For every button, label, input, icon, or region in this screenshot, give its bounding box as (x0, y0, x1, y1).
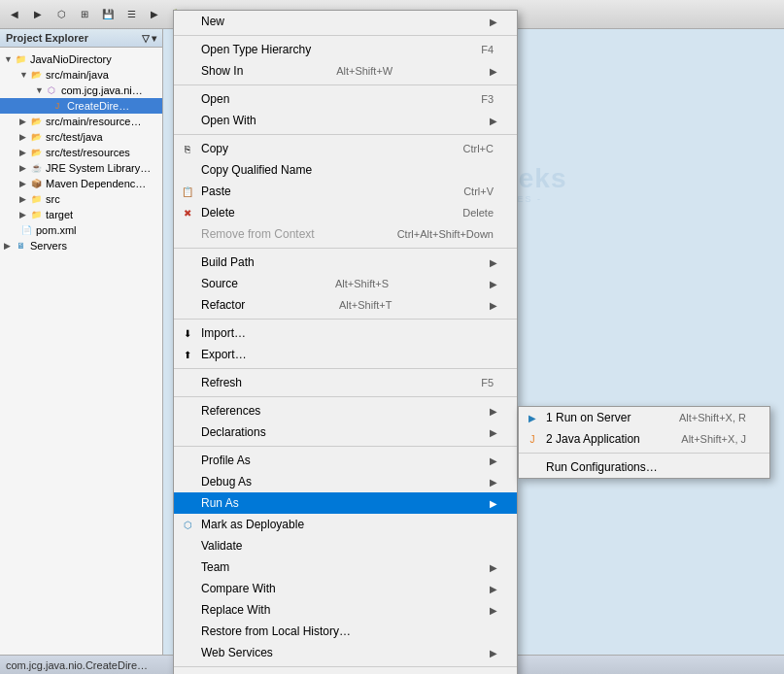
menu-item-restore-local[interactable]: Restore from Local History… (174, 621, 517, 642)
tree-label-src-main-java: src/main/java (46, 69, 109, 81)
export-icon: ⬆ (180, 347, 195, 362)
menu-arrow-run-as: ▶ (490, 498, 497, 509)
menu-label-import: Import… (201, 326, 246, 340)
menu-item-declarations[interactable]: Declarations ▶ (174, 421, 517, 443)
menu-shortcut-open-type-hierarchy: F4 (481, 44, 497, 55)
menu-label-refresh: Refresh (201, 376, 242, 389)
panel-collapse-icon[interactable]: ▽ (142, 33, 150, 44)
menu-label-declarations: Declarations (201, 425, 266, 439)
menu-item-properties[interactable]: Properties Alt+Enter (174, 670, 517, 674)
menu-sep-7 (174, 396, 517, 397)
menu-item-show-in[interactable]: Show In Alt+Shift+W ▶ (174, 60, 517, 82)
menu-item-run-as[interactable]: Run As ▶ (174, 492, 517, 514)
tree-item-maven[interactable]: ▶ 📦 Maven Dependenc… (0, 176, 162, 191)
menu-item-mark-deployable[interactable]: ⬡ Mark as Deployable (174, 514, 517, 535)
src-icon: 📁 (29, 192, 43, 206)
menu-label-export: Export… (201, 348, 247, 361)
toolbar-btn-run[interactable]: ▶ (144, 4, 165, 25)
tree-label-src-test-java: src/test/java (46, 131, 103, 143)
menu-item-team[interactable]: Team ▶ (174, 556, 517, 578)
project-explorer-label: Project Explorer (6, 32, 88, 44)
menu-item-build-path[interactable]: Build Path ▶ (174, 252, 517, 273)
tree-label-maven: Maven Dependenc… (46, 178, 146, 189)
menu-item-copy-qualified[interactable]: Copy Qualified Name (174, 159, 517, 181)
tree-item-src-test-res[interactable]: ▶ 📂 src/test/resources (0, 145, 162, 160)
tree-item-src-main-java[interactable]: ▼ 📂 src/main/java (0, 67, 162, 83)
tree-arrow-src: ▶ (19, 194, 29, 204)
menu-shortcut-delete: Delete (462, 207, 497, 219)
src-test-folder-icon: 📂 (29, 130, 43, 144)
toolbar-btn-save[interactable]: 💾 (97, 4, 119, 25)
menu-item-validate[interactable]: Validate (174, 535, 517, 556)
tree-item-pom[interactable]: 📄 pom.xml (0, 222, 162, 238)
menu-item-refactor[interactable]: Refactor Alt+Shift+T ▶ (174, 294, 517, 316)
menu-item-refresh[interactable]: Refresh F5 (174, 372, 517, 393)
tree-item-createdir[interactable]: J CreateDire… (0, 98, 162, 114)
menu-arrow-declarations: ▶ (490, 427, 497, 438)
menu-sep-3 (174, 134, 517, 135)
tree-item-servers[interactable]: ▶ 🖥 Servers (0, 238, 162, 253)
menu-label-validate: Validate (201, 539, 242, 553)
menu-shortcut-refactor: Alt+Shift+T (339, 299, 395, 311)
tree-label-com-jcg: com.jcg.java.ni… (61, 84, 143, 96)
menu-sep-5 (174, 319, 517, 320)
menu-label-build-path: Build Path (201, 255, 255, 269)
menu-item-debug-as[interactable]: Debug As ▶ (174, 471, 517, 492)
menu-item-references[interactable]: References ▶ (174, 400, 517, 421)
toolbar-btn-forward[interactable]: ▶ (27, 4, 49, 25)
menu-sep-6 (174, 368, 517, 369)
toolbar-btn-home[interactable]: ⬡ (51, 4, 72, 25)
menu-item-web-services[interactable]: Web Services ▶ (174, 642, 517, 663)
tree-item-com-jcg[interactable]: ▼ ⬡ com.jcg.java.ni… (0, 83, 162, 98)
toolbar-btn-menu[interactable]: ☰ (120, 4, 142, 25)
menu-label-open-with: Open With (201, 114, 256, 127)
toolbar-btn-new[interactable]: ⊞ (74, 4, 95, 25)
menu-item-source[interactable]: Source Alt+Shift+S ▶ (174, 273, 517, 294)
delete-icon: ✖ (180, 205, 195, 220)
tree-item-src-test-java[interactable]: ▶ 📂 src/test/java (0, 129, 162, 145)
menu-label-copy-qualified: Copy Qualified Name (201, 163, 312, 177)
copy-icon: ⎘ (180, 141, 195, 156)
tree-item-src-main-res[interactable]: ▶ 📂 src/main/resource… (0, 114, 162, 129)
menu-item-compare-with[interactable]: Compare With ▶ (174, 578, 517, 599)
panel-header-icons: ▽ ▾ (142, 33, 156, 44)
tree-label-pom: pom.xml (36, 224, 77, 236)
tree-item-target[interactable]: ▶ 📁 target (0, 207, 162, 222)
submenu-run-configurations[interactable]: Run Configurations… (519, 456, 769, 478)
menu-label-compare-with: Compare With (201, 582, 276, 595)
tree-arrow-com-jcg: ▼ (35, 85, 45, 95)
menu-item-open[interactable]: Open F3 (174, 88, 517, 110)
submenu-sep (519, 453, 769, 454)
tree-item-javaniodirectory[interactable]: ▼ 📁 JavaNioDirectory (0, 51, 162, 67)
menu-item-copy[interactable]: ⎘ Copy Ctrl+C (174, 138, 517, 159)
menu-item-replace-with[interactable]: Replace With ▶ (174, 599, 517, 621)
menu-arrow-show-in: ▶ (490, 66, 497, 77)
tree-item-jre[interactable]: ▶ ☕ JRE System Library… (0, 160, 162, 176)
menu-label-references: References (201, 404, 260, 418)
project-explorer-panel: Project Explorer ▽ ▾ ▼ 📁 JavaNioDirector… (0, 29, 163, 674)
tree-arrow-servers: ▶ (4, 241, 14, 251)
menu-item-profile-as[interactable]: Profile As ▶ (174, 450, 517, 471)
panel-menu-icon[interactable]: ▾ (152, 33, 156, 44)
menu-item-open-type-hierarchy[interactable]: Open Type Hierarchy F4 (174, 39, 517, 60)
menu-item-export[interactable]: ⬆ Export… (174, 344, 517, 365)
toolbar-btn-back[interactable]: ◀ (4, 4, 25, 25)
menu-item-remove-context[interactable]: Remove from Context Ctrl+Alt+Shift+Down (174, 223, 517, 245)
tree-label-createdir: CreateDire… (67, 100, 129, 112)
project-tree: ▼ 📁 JavaNioDirectory ▼ 📂 src/main/java ▼… (0, 48, 162, 257)
menu-arrow-profile-as: ▶ (490, 455, 497, 466)
menu-item-paste[interactable]: 📋 Paste Ctrl+V (174, 181, 517, 202)
menu-item-new[interactable]: New ▶ (174, 11, 517, 32)
menu-shortcut-copy: Ctrl+C (463, 143, 497, 154)
submenu-run-on-server[interactable]: ▶ 1 Run on Server Alt+Shift+X, R (519, 407, 769, 428)
tree-arrow-maven: ▶ (19, 179, 29, 188)
menu-item-open-with[interactable]: Open With ▶ (174, 110, 517, 131)
menu-shortcut-remove-context: Ctrl+Alt+Shift+Down (397, 228, 497, 240)
menu-label-source: Source (201, 277, 238, 290)
menu-item-delete[interactable]: ✖ Delete Delete (174, 202, 517, 223)
submenu-java-application[interactable]: J 2 Java Application Alt+Shift+X, J (519, 428, 769, 450)
menu-label-web-services: Web Services (201, 646, 273, 659)
tree-label-src: src (46, 193, 60, 205)
tree-item-src[interactable]: ▶ 📁 src (0, 191, 162, 207)
menu-item-import[interactable]: ⬇ Import… (174, 322, 517, 344)
